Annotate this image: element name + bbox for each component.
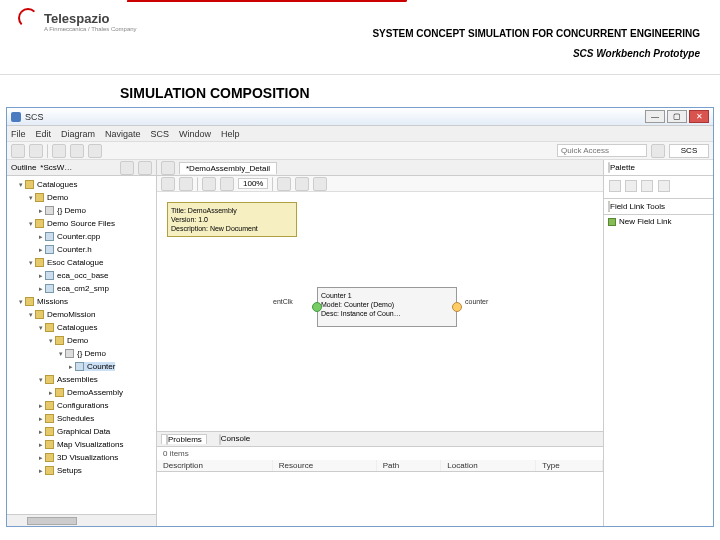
model-instance-box[interactable]: Counter 1 Model: Counter (Demo) Desc: In… (317, 287, 457, 327)
text-tool-icon[interactable] (658, 180, 670, 192)
window-title: SCS (25, 112, 645, 122)
slide-header: Telespazio A Finmeccanica / Thales Compa… (0, 0, 720, 75)
palette-tools (604, 176, 713, 199)
menubar: File Edit Diagram Navigate SCS Window He… (7, 126, 713, 142)
bottom-tabs: Problems Console (157, 432, 603, 447)
document-info-box[interactable]: Title: DemoAssembly Version: 1.0 Descrip… (167, 202, 297, 237)
menu-edit[interactable]: Edit (36, 129, 52, 139)
tree-counter-cpp[interactable]: Counter.cpp (39, 230, 154, 243)
outline-tab[interactable]: Outline (11, 163, 36, 172)
problems-count: 0 items (157, 447, 603, 460)
doc-title: Title: DemoAssembly (171, 206, 293, 215)
app-window: SCS — ▢ ✕ File Edit Diagram Navigate SCS… (6, 107, 714, 527)
tree-demo2[interactable]: Demo {} Demo Counter (49, 334, 154, 373)
note-tool-icon[interactable] (641, 180, 653, 192)
toolbar-btn[interactable] (11, 144, 25, 158)
tree-demo[interactable]: Demo {} Demo (29, 191, 154, 217)
separator (272, 177, 273, 191)
col-type[interactable]: Type (536, 460, 603, 472)
toolbar-btn[interactable] (88, 144, 102, 158)
outline-tool-icon[interactable] (120, 161, 134, 175)
font-icon[interactable] (277, 177, 291, 191)
doc-desc: Description: New Document (171, 224, 293, 233)
logo: Telespazio (18, 8, 110, 28)
col-resource[interactable]: Resource (272, 460, 376, 472)
slide-title-main: SYSTEM CONCEPT SIMULATION FOR CONCURRENT… (372, 28, 700, 39)
app-icon (11, 112, 21, 122)
quick-access-input[interactable] (557, 144, 647, 157)
tree-counter-h[interactable]: Counter.h (39, 243, 154, 256)
italic-icon[interactable] (179, 177, 193, 191)
tree-counter-selected[interactable]: Counter (69, 360, 154, 373)
select-tool-icon[interactable] (609, 180, 621, 192)
section-title: SIMULATION COMPOSITION (120, 85, 720, 101)
col-path[interactable]: Path (376, 460, 441, 472)
close-button[interactable]: ✕ (689, 110, 709, 123)
menu-navigate[interactable]: Navigate (105, 129, 141, 139)
tree-catalogues2[interactable]: Catalogues Demo {} Demo Counter (39, 321, 154, 373)
editor-icon (161, 161, 175, 175)
tree-3d-vis[interactable]: 3D Visualizations (39, 451, 154, 464)
palette-panel: Palette Field Link Tools New Field Link (603, 160, 713, 526)
zoom-out-icon[interactable] (220, 177, 234, 191)
outline-tool-icon[interactable] (138, 161, 152, 175)
perspective-button[interactable]: SCS (669, 144, 709, 158)
toolbar-btn[interactable] (52, 144, 66, 158)
workbench: Outline *ScsW… Catalogues Demo {} Demo D… (7, 160, 713, 526)
toolbar-btn[interactable] (70, 144, 84, 158)
tree-esa2[interactable]: eca_cm2_smp (39, 282, 154, 295)
tree-assemblies[interactable]: Assemblies DemoAssembly (39, 373, 154, 399)
model-desc: Desc: Instance of Coun… (321, 309, 453, 318)
palette-new-field-link[interactable]: New Field Link (604, 215, 713, 228)
menu-scs[interactable]: SCS (151, 129, 170, 139)
bold-icon[interactable] (161, 177, 175, 191)
input-port-icon[interactable] (312, 302, 322, 312)
menu-help[interactable]: Help (221, 129, 240, 139)
port-left-label: entClk (273, 298, 293, 305)
tree-map-vis[interactable]: Map Visualizations (39, 438, 154, 451)
editor-area: *DemoAssembly_Detail 100% Title: DemoAss… (157, 160, 603, 526)
zoom-combo[interactable]: 100% (238, 178, 268, 189)
col-description[interactable]: Description (157, 460, 272, 472)
output-port-icon[interactable] (452, 302, 462, 312)
main-toolbar: SCS (7, 142, 713, 160)
toolbar-btn[interactable] (29, 144, 43, 158)
color-icon[interactable] (295, 177, 309, 191)
tree-demoassembly[interactable]: DemoAssembly (49, 386, 154, 399)
editor-tab[interactable]: *DemoAssembly_Detail (179, 162, 277, 174)
scrollbar-thumb[interactable] (27, 517, 77, 525)
horizontal-scrollbar[interactable] (7, 514, 156, 526)
tree-setups[interactable]: Setups (39, 464, 154, 477)
menu-file[interactable]: File (11, 129, 26, 139)
zoom-in-icon[interactable] (202, 177, 216, 191)
tree-demo-pkg[interactable]: {} Demo (39, 204, 154, 217)
tree-esoc-catalogue[interactable]: Esoc Catalogue eca_occ_base eca_cm2_smp (29, 256, 154, 295)
tree-configurations[interactable]: Configurations (39, 399, 154, 412)
model-name: Counter 1 (321, 291, 453, 300)
titlebar[interactable]: SCS — ▢ ✕ (7, 108, 713, 126)
logo-swirl-icon (18, 8, 38, 28)
marquee-tool-icon[interactable] (625, 180, 637, 192)
tree-schedules[interactable]: Schedules (39, 412, 154, 425)
maximize-button[interactable]: ▢ (667, 110, 687, 123)
tree-demo2-pkg[interactable]: {} Demo Counter (59, 347, 154, 373)
doc-version: Version: 1.0 (171, 215, 293, 224)
tab-console[interactable]: Console (215, 434, 254, 443)
tree-demo-src[interactable]: Demo Source Files Counter.cpp Counter.h (29, 217, 154, 256)
tree-catalogues[interactable]: Catalogues Demo {} Demo Demo Source File… (19, 178, 154, 295)
menu-diagram[interactable]: Diagram (61, 129, 95, 139)
minimize-button[interactable]: — (645, 110, 665, 123)
open-perspective-icon[interactable] (651, 144, 665, 158)
outline-tab-file[interactable]: *ScsW… (40, 163, 72, 172)
col-location[interactable]: Location (441, 460, 536, 472)
outline-tree: Catalogues Demo {} Demo Demo Source File… (7, 176, 156, 514)
palette-group-header[interactable]: Field Link Tools (604, 199, 713, 215)
diagram-canvas[interactable]: Title: DemoAssembly Version: 1.0 Descrip… (157, 192, 603, 431)
tree-esa1[interactable]: eca_occ_base (39, 269, 154, 282)
tree-demomission[interactable]: DemoMission Catalogues Demo {} Demo Coun… (29, 308, 154, 477)
menu-window[interactable]: Window (179, 129, 211, 139)
tree-missions[interactable]: Missions DemoMission Catalogues Demo {} … (19, 295, 154, 477)
tree-graphical-data[interactable]: Graphical Data (39, 425, 154, 438)
tab-problems[interactable]: Problems (161, 434, 207, 444)
line-icon[interactable] (313, 177, 327, 191)
